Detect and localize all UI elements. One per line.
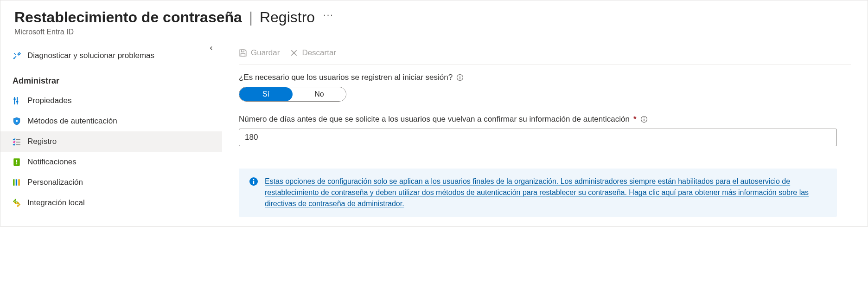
customization-icon (13, 178, 21, 187)
callout-link[interactable]: Estas opciones de configuración solo se … (265, 176, 827, 209)
tools-icon (13, 52, 21, 60)
svg-rect-4 (16, 101, 19, 102)
page-header: Restablecimiento de contraseña | Registr… (0, 0, 868, 41)
sidebar-section-manage: Administrar (0, 66, 222, 91)
svg-rect-19 (460, 77, 460, 79)
discard-button[interactable]: Descartar (290, 48, 336, 58)
page-title: Restablecimiento de contraseña | Registr… (14, 9, 315, 26)
breadcrumb: Microsoft Entra ID (14, 28, 854, 36)
save-button-label: Guardar (251, 48, 280, 58)
svg-point-18 (460, 76, 460, 77)
sidebar-item-onprem[interactable]: Integración local (0, 193, 222, 213)
sidebar-item-label: Propiedades (27, 96, 71, 105)
sidebar-item-diagnose[interactable]: Diagnosticar y solucionar problemas (0, 45, 222, 66)
svg-point-0 (13, 58, 15, 59)
info-icon[interactable] (640, 116, 648, 123)
sidebar-item-label: Integración local (27, 198, 85, 208)
svg-rect-22 (644, 119, 644, 121)
svg-rect-10 (16, 160, 17, 163)
sidebar-item-label: Métodos de autenticación (27, 117, 117, 126)
svg-rect-15 (241, 53, 245, 56)
svg-point-5 (16, 120, 18, 122)
svg-rect-12 (13, 179, 14, 186)
svg-rect-25 (253, 181, 255, 184)
main-content: Guardar Descartar ¿Es necesario que los … (222, 41, 868, 226)
save-button[interactable]: Guardar (239, 48, 280, 58)
sidebar-item-label: Diagnosticar y solucionar problemas (27, 51, 154, 60)
info-icon[interactable] (456, 74, 464, 81)
sliders-icon (13, 97, 21, 105)
sidebar-item-auth-methods[interactable]: Métodos de autenticación (0, 111, 222, 131)
toggle-yes[interactable]: Sí (239, 87, 293, 101)
toolbar: Guardar Descartar (239, 43, 851, 65)
save-icon (239, 49, 247, 57)
svg-rect-2 (17, 97, 18, 104)
require-register-label-text: ¿Es necesario que los usuarios se regist… (239, 73, 453, 82)
sidebar-item-label: Personalización (27, 178, 83, 187)
title-main: Restablecimiento de contraseña (14, 9, 242, 26)
checklist-icon (13, 137, 21, 146)
require-register-toggle: Sí No (239, 87, 346, 102)
sidebar-item-customization[interactable]: Personalización (0, 172, 222, 193)
sidebar-item-properties[interactable]: Propiedades (0, 91, 222, 111)
svg-rect-14 (18, 179, 19, 186)
svg-rect-13 (16, 179, 17, 186)
notification-icon (13, 158, 21, 166)
sidebar-item-notifications[interactable]: Notificaciones (0, 152, 222, 172)
more-actions-button[interactable]: ··· (323, 9, 334, 20)
svg-rect-3 (13, 99, 16, 100)
sidebar: Diagnosticar y solucionar problemas Admi… (0, 41, 222, 226)
toggle-no[interactable]: No (293, 87, 346, 101)
sidebar-item-label: Registro (27, 137, 57, 146)
info-filled-icon (249, 177, 258, 186)
days-label: Número de días antes de que se solicite … (239, 115, 851, 124)
svg-rect-11 (16, 163, 17, 164)
shield-icon (13, 117, 21, 125)
info-callout: Estas opciones de configuración solo se … (239, 169, 837, 217)
sync-icon (13, 199, 21, 207)
required-indicator: * (633, 115, 637, 124)
days-label-text: Número de días antes de que se solicite … (239, 115, 630, 124)
close-icon (290, 49, 298, 57)
sidebar-item-registration[interactable]: Registro (0, 131, 222, 152)
svg-point-24 (253, 179, 255, 180)
title-section: Registro (260, 9, 315, 26)
svg-point-21 (644, 117, 645, 118)
discard-button-label: Descartar (302, 48, 336, 58)
days-input[interactable] (239, 129, 837, 146)
svg-rect-1 (14, 97, 15, 104)
require-register-label: ¿Es necesario que los usuarios se regist… (239, 73, 851, 82)
sidebar-item-label: Notificaciones (27, 157, 77, 167)
